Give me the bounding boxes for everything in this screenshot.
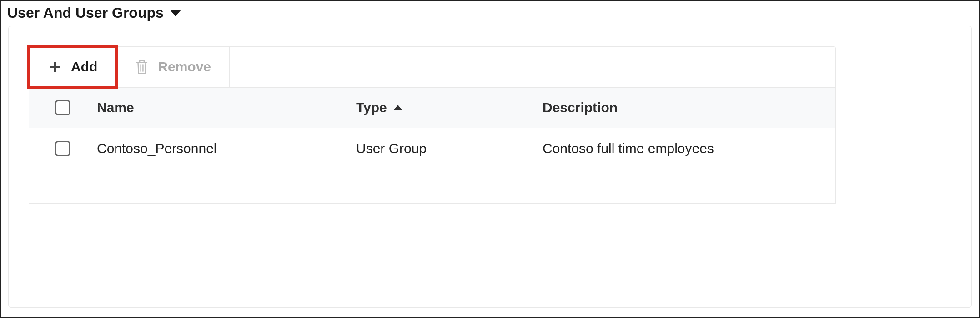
header-name[interactable]: Name [97, 100, 356, 115]
select-all-checkbox[interactable] [55, 100, 70, 115]
header-type-label: Type [356, 100, 387, 115]
section-panel: User And User Groups Add Remove [0, 0, 980, 318]
header-description-label: Description [543, 100, 618, 115]
remove-button[interactable]: Remove [116, 47, 230, 87]
add-button-label: Add [71, 59, 97, 75]
trash-icon [134, 59, 150, 75]
header-name-label: Name [97, 100, 134, 115]
remove-button-label: Remove [158, 59, 211, 75]
users-table: Name Type Description Contoso_Personnel … [29, 87, 836, 204]
section-body: Add Remove Name Type [8, 26, 972, 308]
section-header[interactable]: User And User Groups [1, 1, 979, 26]
table-row[interactable]: Contoso_Personnel User Group Contoso ful… [29, 128, 835, 169]
select-all-cell [29, 100, 97, 115]
header-type[interactable]: Type [356, 100, 543, 115]
row-checkbox[interactable] [55, 141, 70, 156]
row-type: User Group [356, 141, 543, 156]
section-title: User And User Groups [7, 5, 164, 21]
plus-icon [47, 59, 63, 75]
collapse-toggle-icon [170, 10, 181, 16]
sort-asc-icon [393, 105, 402, 110]
header-description[interactable]: Description [543, 100, 835, 115]
row-name: Contoso_Personnel [97, 141, 356, 156]
table-header-row: Name Type Description [29, 87, 835, 128]
row-description: Contoso full time employees [543, 141, 835, 156]
table-empty-space [29, 169, 835, 203]
add-button[interactable]: Add [29, 47, 116, 87]
toolbar: Add Remove [29, 46, 836, 87]
row-select-cell [29, 141, 97, 156]
